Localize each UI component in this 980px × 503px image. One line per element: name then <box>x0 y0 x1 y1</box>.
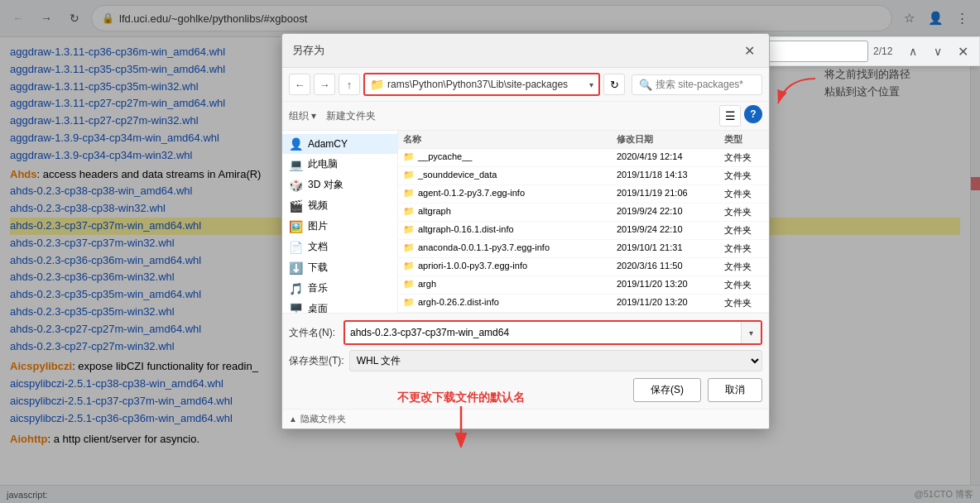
help-button[interactable]: ? <box>744 105 762 123</box>
3d-icon: 🎲 <box>289 179 303 192</box>
dialog-main: 👤 AdamCY 💻 此电脑 🎲 3D 对象 🎬 视频 🖼️ 图片 📄 <box>282 131 769 313</box>
path-dropdown-arrow[interactable]: ▾ <box>589 80 593 89</box>
dialog-file-list[interactable]: 名称 修改日期 类型 📁__pycache__ 2020/4/19 12:14 … <box>398 131 769 313</box>
desktop-icon: 🖥️ <box>289 303 303 314</box>
col-type-header: 类型 <box>719 131 769 148</box>
dialog-back-button[interactable]: ← <box>289 74 310 95</box>
dialog-buttons-row: 保存(S) 取消 <box>289 378 762 402</box>
pictures-icon: 🖼️ <box>289 220 303 233</box>
organize-label[interactable]: 组织 ▾ <box>289 109 316 123</box>
dialog-refresh-button[interactable]: ↻ <box>603 74 625 95</box>
hide-folder-arrow-icon: ▲ <box>289 414 297 424</box>
sidebar-item-music[interactable]: 🎵 音乐 <box>282 278 397 299</box>
dialog-forward-button[interactable]: → <box>314 74 335 95</box>
file-row-8[interactable]: 📁argh-0.26.2.dist-info 2019/11/20 13:20 … <box>398 295 769 313</box>
computer-icon: 💻 <box>289 158 303 171</box>
file-row-2[interactable]: 📁agent-0.1.2-py3.7.egg-info 2019/11/19 2… <box>398 185 769 204</box>
sidebar-label-pictures: 图片 <box>308 219 328 233</box>
dialog-path-input[interactable] <box>387 79 586 90</box>
dialog-sidebar: 👤 AdamCY 💻 此电脑 🎲 3D 对象 🎬 视频 🖼️ 图片 📄 <box>282 131 398 313</box>
sidebar-label-downloads: 下载 <box>308 261 328 275</box>
downloads-icon: ⬇️ <box>289 261 303 275</box>
filename-input[interactable] <box>345 323 741 342</box>
file-row-0[interactable]: 📁__pycache__ 2020/4/19 12:14 文件夹 <box>398 149 769 167</box>
dialog-action-bar: 组织 ▾ 新建文件夹 ☰ ? <box>282 102 769 131</box>
search-icon: 🔍 <box>639 79 652 91</box>
file-row-6[interactable]: 📁apriori-1.0.0-py3.7.egg-info 2020/3/16 … <box>398 258 769 276</box>
sidebar-label-docs: 文档 <box>308 240 328 254</box>
col-date-header: 修改日期 <box>612 131 719 148</box>
sidebar-item-docs[interactable]: 📄 文档 <box>282 237 397 257</box>
find-close-button[interactable]: ✕ <box>953 41 973 61</box>
dialog-close-button[interactable]: ✕ <box>739 41 759 60</box>
file-list-header: 名称 修改日期 类型 <box>398 131 769 149</box>
sidebar-item-pictures[interactable]: 🖼️ 图片 <box>282 216 397 237</box>
sidebar-label-video: 视频 <box>308 199 328 213</box>
filetype-row: 保存类型(T): WHL 文件 <box>289 350 762 371</box>
filename-label: 文件名(N): <box>289 326 339 340</box>
file-row-5[interactable]: 📁anaconda-0.0.1.1-py3.7.egg-info 2019/10… <box>398 240 769 258</box>
dialog-path-bar[interactable]: 📁 ▾ <box>363 73 600 96</box>
sidebar-label-desktop: 桌面 <box>308 302 328 313</box>
filename-input-wrap[interactable]: ▾ <box>343 320 762 345</box>
sidebar-item-adamcy[interactable]: 👤 AdamCY <box>282 134 397 154</box>
sidebar-item-downloads[interactable]: ⬇️ 下载 <box>282 257 397 278</box>
new-folder-label[interactable]: 新建文件夹 <box>326 109 376 123</box>
dialog-bottom: 文件名(N): ▾ 保存类型(T): WHL 文件 保存(S) 取消 <box>282 313 769 409</box>
dialog-title: 另存为 <box>292 43 324 58</box>
sidebar-label-music: 音乐 <box>308 281 328 295</box>
find-count: 2/12 <box>873 46 898 57</box>
dialog-title-bar: 另存为 ✕ <box>282 34 769 68</box>
dialog-up-button[interactable]: ↑ <box>339 74 360 95</box>
filename-dropdown-button[interactable]: ▾ <box>741 322 761 343</box>
hide-folder-label: 隐藏文件夹 <box>300 413 346 425</box>
sidebar-item-video[interactable]: 🎬 视频 <box>282 195 397 216</box>
find-next-button[interactable]: ∨ <box>928 41 948 61</box>
file-row-4[interactable]: 📁altgraph-0.16.1.dist-info 2019/9/24 22:… <box>398 222 769 240</box>
hide-folder-row[interactable]: ▲ 隐藏文件夹 <box>282 409 769 429</box>
video-icon: 🎬 <box>289 199 303 213</box>
view-button[interactable]: ☰ <box>719 105 741 127</box>
sidebar-item-thispc[interactable]: 💻 此电脑 <box>282 154 397 175</box>
dialog-search[interactable]: 🔍 <box>632 74 762 95</box>
sidebar-label-thispc: 此电脑 <box>308 157 338 171</box>
file-row-7[interactable]: 📁argh 2019/11/20 13:20 文件夹 <box>398 276 769 295</box>
dialog-search-input[interactable] <box>656 79 755 90</box>
save-button[interactable]: 保存(S) <box>633 378 701 402</box>
file-row-1[interactable]: 📁_sounddevice_data 2019/11/18 14:13 文件夹 <box>398 167 769 185</box>
sidebar-label-adamcy: AdamCY <box>308 138 348 150</box>
dialog-toolbar: ← → ↑ 📁 ▾ ↻ 🔍 <box>282 68 769 102</box>
sidebar-item-3d[interactable]: 🎲 3D 对象 <box>282 175 397 195</box>
cancel-button[interactable]: 取消 <box>708 378 762 402</box>
filename-row: 文件名(N): ▾ <box>289 320 762 345</box>
sidebar-item-desktop[interactable]: 🖥️ 桌面 <box>282 299 397 313</box>
file-row-3[interactable]: 📁altgraph 2019/9/24 22:10 文件夹 <box>398 204 769 222</box>
col-name-header: 名称 <box>398 131 612 148</box>
music-icon: 🎵 <box>289 282 303 295</box>
find-prev-button[interactable]: ∧ <box>903 41 923 61</box>
filetype-label: 保存类型(T): <box>289 354 344 368</box>
folder-icon: 📁 <box>370 78 384 91</box>
filetype-select[interactable]: WHL 文件 <box>349 350 762 371</box>
save-dialog: 另存为 ✕ ← → ↑ 📁 ▾ ↻ 🔍 组织 ▾ 新建文件夹 ☰ ? 👤 <box>281 33 770 429</box>
docs-icon: 📄 <box>289 241 303 254</box>
user-icon: 👤 <box>289 137 303 151</box>
sidebar-label-3d: 3D 对象 <box>308 178 343 192</box>
